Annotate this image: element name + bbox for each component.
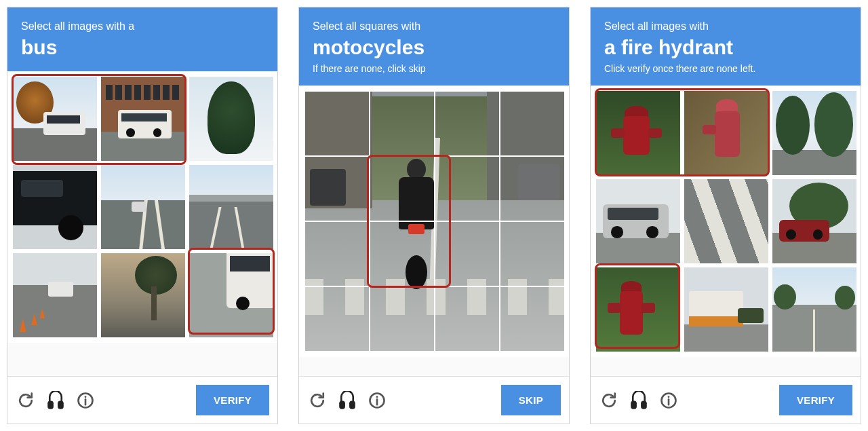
captcha-header: Select all squares with motocycles If th…: [299, 7, 569, 86]
skip-button[interactable]: SKIP: [501, 385, 561, 415]
tile-8[interactable]: [772, 267, 856, 352]
tile-0[interactable]: [13, 77, 97, 161]
cell-1[interactable]: [370, 91, 435, 156]
footer-icons: [307, 390, 387, 411]
image-grid-wrap: [591, 86, 861, 357]
svg-rect-10: [632, 401, 636, 408]
tile-6[interactable]: [13, 253, 97, 337]
image-grid-wrap: [299, 86, 569, 357]
cell-10[interactable]: [435, 221, 500, 286]
tile-6[interactable]: [596, 267, 680, 352]
tile-1[interactable]: [684, 91, 768, 175]
cell-13[interactable]: [370, 286, 435, 352]
captcha-footer: SKIP: [299, 376, 569, 424]
header-line1: Select all squares with: [313, 20, 555, 33]
header-subject: bus: [21, 35, 264, 60]
tile-7[interactable]: [101, 253, 185, 337]
tile-5[interactable]: [772, 179, 856, 263]
info-icon[interactable]: [367, 390, 387, 411]
cell-7[interactable]: [500, 156, 565, 221]
cell-12[interactable]: [304, 286, 370, 352]
footer-icons: [599, 390, 679, 411]
audio-icon[interactable]: [337, 390, 357, 411]
captcha-panel-motorcycle: Select all squares with motocycles If th…: [298, 7, 570, 424]
tile-4[interactable]: [684, 179, 768, 263]
cell-9[interactable]: [370, 221, 435, 286]
header-line3: If there are none, click skip: [313, 63, 555, 75]
cell-2[interactable]: [435, 91, 500, 156]
tile-8[interactable]: [189, 253, 273, 337]
header-line1: Select all images with: [604, 20, 847, 33]
captcha-header: Select all images with a bus: [7, 7, 277, 71]
tile-5[interactable]: [189, 165, 273, 249]
verify-button[interactable]: VERIFY: [196, 385, 269, 415]
captcha-footer: VERIFY: [7, 376, 277, 424]
image-grid-3x3: [13, 77, 273, 337]
tile-4[interactable]: [101, 165, 185, 249]
captcha-panel-bus: Select all images with a bus: [7, 7, 278, 424]
tile-3[interactable]: [13, 165, 97, 249]
cell-4[interactable]: [304, 156, 370, 221]
svg-rect-1: [58, 401, 62, 408]
audio-icon[interactable]: [45, 390, 66, 411]
svg-rect-11: [642, 401, 646, 408]
svg-rect-5: [340, 401, 344, 408]
captcha-footer: VERIFY: [591, 376, 861, 424]
cell-3[interactable]: [500, 91, 565, 156]
header-line1: Select all images with a: [21, 20, 264, 33]
header-subject: a fire hydrant: [604, 35, 847, 60]
cell-8[interactable]: [304, 221, 370, 286]
tile-1[interactable]: [101, 77, 185, 161]
captcha-header: Select all images with a fire hydrant Cl…: [591, 7, 861, 86]
info-icon[interactable]: [658, 390, 679, 411]
audio-icon[interactable]: [629, 390, 649, 411]
tile-2[interactable]: [772, 91, 856, 175]
tile-0[interactable]: [596, 91, 680, 175]
verify-button[interactable]: VERIFY: [779, 385, 852, 415]
cell-11[interactable]: [500, 221, 565, 286]
cell-6[interactable]: [435, 156, 500, 221]
image-grid-4x4: [304, 91, 565, 352]
cell-0[interactable]: [304, 91, 370, 156]
cell-14[interactable]: [435, 286, 500, 352]
cell-5[interactable]: [370, 156, 435, 221]
cell-15[interactable]: [500, 286, 565, 352]
captcha-single-image: [304, 91, 565, 352]
captcha-panel-hydrant: Select all images with a fire hydrant Cl…: [590, 7, 861, 424]
svg-point-4: [85, 396, 87, 398]
header-subject: motocycles: [313, 35, 555, 60]
svg-point-14: [668, 396, 670, 398]
reload-icon[interactable]: [599, 390, 619, 411]
tile-3[interactable]: [596, 179, 680, 263]
svg-rect-0: [49, 401, 53, 408]
header-line3: Click verify once there are none left.: [604, 63, 847, 75]
reload-icon[interactable]: [16, 390, 36, 411]
tile-7[interactable]: [684, 267, 768, 352]
reload-icon[interactable]: [307, 390, 328, 411]
image-grid-3x3: [596, 91, 856, 352]
svg-point-9: [376, 396, 378, 398]
footer-icons: [16, 390, 96, 411]
info-icon[interactable]: [75, 390, 96, 411]
svg-rect-6: [350, 401, 354, 408]
image-grid-wrap: [7, 71, 277, 343]
tile-2[interactable]: [189, 77, 273, 161]
